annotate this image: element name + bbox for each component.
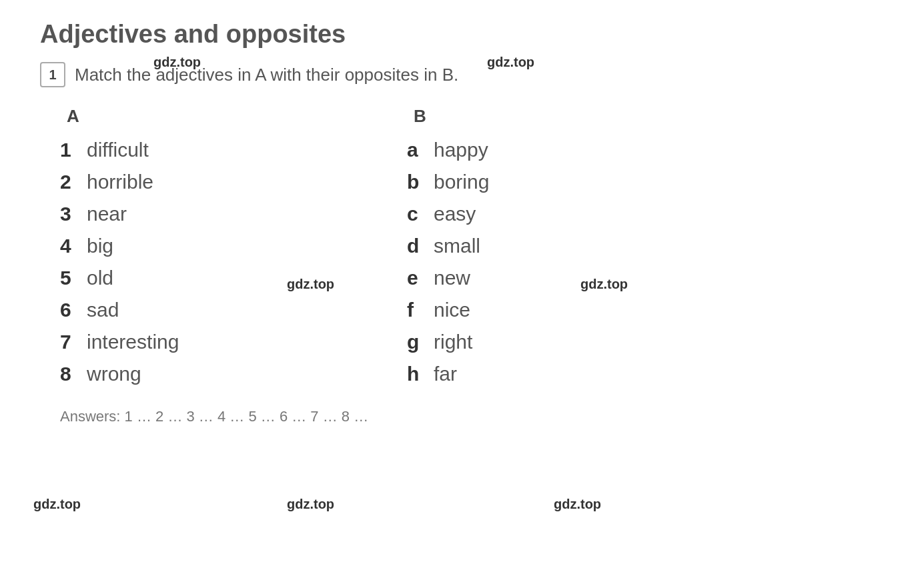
item-letter: c: [407, 203, 434, 225]
watermark-5: gdz.top: [33, 497, 81, 512]
item-word: wrong: [87, 363, 141, 385]
list-item: g right: [407, 331, 674, 353]
list-item: 1 difficult: [60, 139, 407, 161]
item-number: 2: [60, 171, 87, 193]
item-number: 6: [60, 299, 87, 321]
item-number: 7: [60, 331, 87, 353]
watermark-7: gdz.top: [554, 497, 601, 512]
item-number: 5: [60, 267, 87, 289]
exercise-header: 1 Match the adjectives in A with their o…: [40, 62, 884, 87]
item-word: sad: [87, 299, 119, 321]
item-number: 1: [60, 139, 87, 161]
columns-wrapper: A 1 difficult 2 horrible 3 near 4 big 5 …: [60, 106, 884, 395]
list-item: d small: [407, 235, 674, 257]
item-word: small: [434, 235, 480, 257]
item-word: near: [87, 203, 127, 225]
item-word: far: [434, 363, 457, 385]
list-item: 4 big: [60, 235, 407, 257]
item-letter: f: [407, 299, 434, 321]
column-b: B a happy b boring c easy d small e new …: [407, 106, 674, 395]
column-a-header: A: [67, 106, 407, 127]
item-word: boring: [434, 171, 489, 193]
item-word: big: [87, 235, 113, 257]
item-word: happy: [434, 139, 488, 161]
item-letter: e: [407, 267, 434, 289]
item-letter: d: [407, 235, 434, 257]
item-number: 8: [60, 363, 87, 385]
item-letter: a: [407, 139, 434, 161]
list-item: 3 near: [60, 203, 407, 225]
item-word: right: [434, 331, 472, 353]
item-number: 3: [60, 203, 87, 225]
page-title: Adjectives and opposites: [40, 20, 884, 49]
column-a: A 1 difficult 2 horrible 3 near 4 big 5 …: [60, 106, 407, 395]
list-item: 8 wrong: [60, 363, 407, 385]
item-word: difficult: [87, 139, 149, 161]
item-word: new: [434, 267, 470, 289]
item-word: interesting: [87, 331, 179, 353]
list-item: e new: [407, 267, 674, 289]
list-item: c easy: [407, 203, 674, 225]
item-word: easy: [434, 203, 476, 225]
item-word: old: [87, 267, 113, 289]
item-word: nice: [434, 299, 470, 321]
item-word: horrible: [87, 171, 153, 193]
column-b-list: a happy b boring c easy d small e new f …: [407, 139, 674, 385]
item-letter: g: [407, 331, 434, 353]
exercise-instruction: Match the adjectives in A with their opp…: [75, 65, 458, 85]
column-a-list: 1 difficult 2 horrible 3 near 4 big 5 ol…: [60, 139, 407, 385]
list-item: 7 interesting: [60, 331, 407, 353]
list-item: h far: [407, 363, 674, 385]
column-b-header: B: [414, 106, 674, 127]
item-number: 4: [60, 235, 87, 257]
item-letter: h: [407, 363, 434, 385]
item-letter: b: [407, 171, 434, 193]
list-item: f nice: [407, 299, 674, 321]
list-item: 6 sad: [60, 299, 407, 321]
list-item: 2 horrible: [60, 171, 407, 193]
exercise-number: 1: [40, 62, 65, 87]
list-item: b boring: [407, 171, 674, 193]
answers-line: Answers: 1 … 2 … 3 … 4 … 5 … 6 … 7 … 8 …: [60, 408, 884, 425]
list-item: 5 old: [60, 267, 407, 289]
list-item: a happy: [407, 139, 674, 161]
watermark-6: gdz.top: [287, 497, 334, 512]
